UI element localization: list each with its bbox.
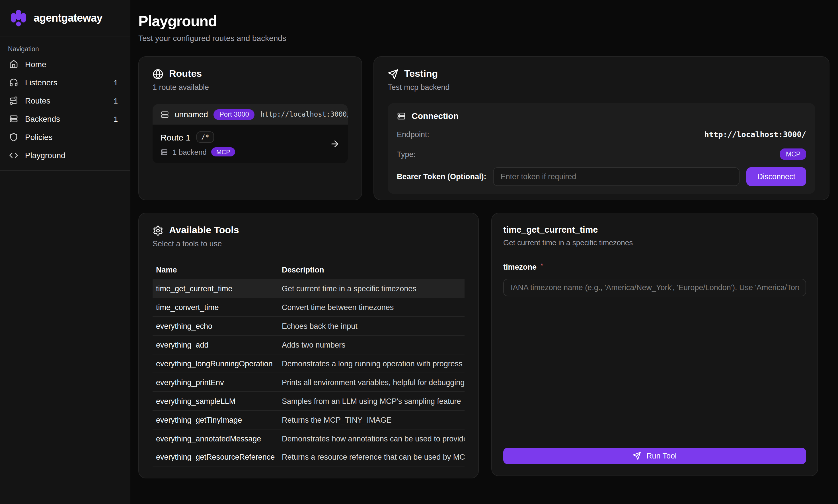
tool-description: Returns the MCP_TINY_IMAGE <box>282 416 465 424</box>
sidebar-item-label: Playground <box>25 151 66 160</box>
endpoint-value: http://localhost:3000/ <box>704 130 806 139</box>
timezone-field-label: timezone <box>503 263 537 271</box>
server-icon <box>160 110 169 119</box>
tools-card-subtitle: Select a tools to use <box>153 239 465 248</box>
sidebar-item-backends[interactable]: Backends 1 <box>4 110 125 127</box>
tool-description: Get current time in a specific timezones <box>282 284 465 293</box>
nav-section-label: Navigation <box>0 36 130 56</box>
gear-icon <box>153 225 163 236</box>
connection-title: Connection <box>412 111 458 121</box>
table-row[interactable]: everything_longRunningOperation Demonstr… <box>153 354 465 373</box>
tool-name: everything_add <box>153 340 282 349</box>
route-path-badge: /* <box>196 131 214 143</box>
page-title: Playground <box>138 13 830 30</box>
port-badge: Port 3000 <box>214 109 255 120</box>
sidebar: agentgateway Navigation Home Listeners 1 <box>0 0 130 504</box>
table-row[interactable]: everything_getResourceReference Returns … <box>153 448 465 466</box>
brand-name: agentgateway <box>34 12 103 24</box>
tool-name: time_get_current_time <box>153 284 282 293</box>
send-icon <box>388 69 399 79</box>
tool-description: Samples from an LLM using MCP's sampling… <box>282 397 465 405</box>
sidebar-item-listeners[interactable]: Listeners 1 <box>4 74 125 91</box>
server-icon <box>160 148 168 156</box>
main-content: Playground Test your configured routes a… <box>130 0 838 504</box>
run-tool-button[interactable]: Run Tool <box>503 448 806 464</box>
tool-description: Prints all environment variables, helpfu… <box>282 378 465 386</box>
table-row[interactable]: everything_echo Echoes back the input <box>153 316 465 335</box>
sidebar-divider <box>0 170 130 170</box>
bearer-token-label: Bearer Token (Optional): <box>397 173 487 181</box>
route-backend-count: 1 backend <box>173 148 207 156</box>
route-row[interactable]: Route 1 /* 1 backend MCP <box>153 125 348 163</box>
tool-description: Demonstrates a long running operation wi… <box>282 359 465 368</box>
tool-description: Echoes back the input <box>282 322 465 330</box>
tool-description: Convert time between timezones <box>282 303 465 311</box>
sidebar-item-label: Listeners <box>25 78 57 87</box>
table-row[interactable]: everything_add Adds two numbers <box>153 335 465 354</box>
timezone-input[interactable] <box>503 279 806 296</box>
sidebar-item-label: Policies <box>25 132 53 142</box>
tool-name: everything_getTinyImage <box>153 416 282 424</box>
tool-name: everything_echo <box>153 322 282 330</box>
endpoint-label: Endpoint: <box>397 130 429 139</box>
tool-description: Adds two numbers <box>282 340 465 349</box>
routes-card-title: Routes <box>169 68 202 79</box>
server-icon <box>9 114 18 123</box>
sidebar-item-policies[interactable]: Policies <box>4 129 125 146</box>
code-icon <box>9 151 18 160</box>
tool-name: everything_longRunningOperation <box>153 359 282 368</box>
tools-table: Name Description time_get_current_time G… <box>153 260 465 466</box>
listener-row: unnamed Port 3000 http://localhost:3000/ <box>153 104 348 125</box>
app-window: agentgateway Navigation Home Listeners 1 <box>0 0 838 504</box>
sidebar-item-label: Routes <box>25 96 50 105</box>
table-row[interactable]: time_get_current_time Get current time i… <box>153 279 465 298</box>
sidebar-item-count: 1 <box>114 78 121 87</box>
tool-run-panel: time_get_current_time Get current time i… <box>491 213 818 476</box>
tool-name: everything_getResourceReference <box>153 453 282 461</box>
table-row[interactable]: everything_sampleLLM Samples from an LLM… <box>153 391 465 410</box>
tool-panel-subtitle: Get current time in a specific timezones <box>503 238 806 247</box>
table-row[interactable]: time_convert_time Convert time between t… <box>153 298 465 316</box>
sidebar-item-count: 1 <box>114 115 121 123</box>
brand: agentgateway <box>0 0 130 36</box>
tool-name: everything_sampleLLM <box>153 397 282 405</box>
arrow-right-icon[interactable] <box>330 139 340 149</box>
available-tools-card: Available Tools Select a tools to use Na… <box>138 213 479 479</box>
globe-icon <box>153 69 163 79</box>
column-header-name: Name <box>153 265 282 274</box>
sidebar-item-label: Home <box>25 60 47 69</box>
page-subtitle: Test your configured routes and backends <box>138 34 830 43</box>
table-row[interactable]: everything_getTinyImage Returns the MCP_… <box>153 410 465 429</box>
send-icon <box>633 452 641 460</box>
tools-table-header: Name Description <box>153 260 465 279</box>
sidebar-item-routes[interactable]: Routes 1 <box>4 92 125 109</box>
connection-card: Connection Endpoint: http://localhost:30… <box>388 103 815 194</box>
home-icon <box>9 60 18 69</box>
listener-url: http://localhost:3000/ <box>260 110 348 118</box>
type-label: Type: <box>397 150 416 158</box>
route-name: Route 1 <box>160 132 190 142</box>
sidebar-item-playground[interactable]: Playground <box>4 147 125 164</box>
sidebar-item-home[interactable]: Home <box>4 56 125 73</box>
sidebar-item-count: 1 <box>114 96 121 105</box>
table-row[interactable]: everything_printEnv Prints all environme… <box>153 373 465 391</box>
routes-card: Routes 1 route available unnamed Port 30… <box>138 56 362 200</box>
tool-name: everything_printEnv <box>153 378 282 386</box>
tool-name: everything_annotatedMessage <box>153 434 282 443</box>
bearer-token-input[interactable] <box>493 167 740 186</box>
run-tool-label: Run Tool <box>646 452 677 460</box>
tool-name: time_convert_time <box>153 303 282 311</box>
disconnect-button[interactable]: Disconnect <box>746 167 806 186</box>
table-row[interactable]: everything_annotatedMessage Demonstrates… <box>153 429 465 448</box>
tool-description: Returns a resource reference that can be… <box>282 453 465 461</box>
sidebar-item-label: Backends <box>25 114 60 123</box>
tools-table-rows: time_get_current_time Get current time i… <box>153 279 465 466</box>
tool-panel-title: time_get_current_time <box>503 225 806 235</box>
required-marker: * <box>541 262 543 270</box>
agentgateway-logo-icon <box>9 8 28 27</box>
sidebar-nav: Home Listeners 1 Routes 1 <box>0 56 130 164</box>
tool-description: Demonstrates how annotations can be used… <box>282 434 465 443</box>
type-badge: MCP <box>780 148 806 160</box>
route-icon <box>9 96 18 105</box>
shield-icon <box>9 132 18 142</box>
